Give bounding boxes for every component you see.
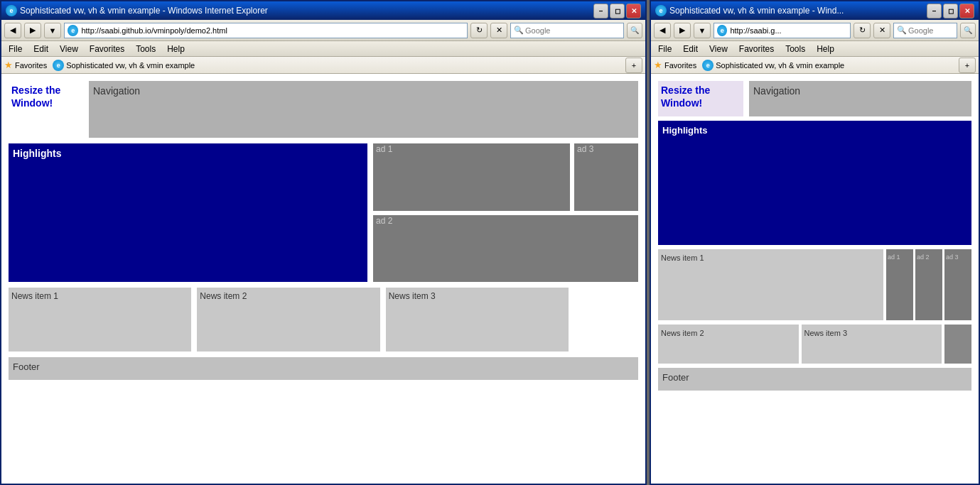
menu-edit-left[interactable]: Edit [31,43,51,55]
menu-view-right[interactable]: View [706,43,731,55]
header-row-right: Resize the Window! Navigation [658,81,971,116]
content-area-left: Resize the Window! Navigation Highlights… [1,74,645,484]
search-input-right[interactable] [908,26,954,35]
fav-tab-label-right: Sophisticated vw, vh & vmin example [716,61,844,70]
highlights-box-right: Highlights [658,121,971,245]
ad2-label-left: ad 2 [373,213,395,229]
back-button-left[interactable]: ◀ [4,23,21,38]
logo-box-left: Resize the Window! [9,81,83,138]
menu-favorites-right[interactable]: Favorites [736,43,777,55]
search-input-left[interactable] [525,26,620,35]
address-bar-left[interactable]: e [64,23,468,38]
logo-text-right: Resize the Window! [661,85,710,109]
menubar-right: File Edit View Favorites Tools Help [651,41,979,57]
news-row-left: News item 1 News item 2 News item 3 [9,288,638,352]
restore-button-right[interactable]: ◻ [943,4,958,18]
search-bar-right[interactable]: 🔍 [893,23,957,38]
highlights-label-right: Highlights [662,125,708,136]
news-item-2-label-left: News item 2 [200,291,247,301]
favorites-btn-left[interactable]: ★ Favorites [4,60,47,70]
main-row-left: Highlights ad 1 ad 3 ad 2 [9,143,638,282]
search-icon-right: 🔍 [897,26,907,35]
new-tab-btn-left[interactable]: + [625,58,642,73]
highlights-label-left: Highlights [13,148,61,159]
news-spacer-left [574,288,638,352]
menu-edit-right[interactable]: Edit [680,43,701,55]
logo-text-left: Resize the Window! [11,85,60,109]
footer-box-left: Footer [9,357,638,380]
menu-file-right[interactable]: File [655,43,674,55]
ads-area-left: ad 1 ad 3 ad 2 [373,143,638,282]
left-browser-window: e Sophisticated vw, vh & vmin example - … [0,0,647,485]
news-ad-filler-right [944,325,971,364]
minimize-button-left[interactable]: – [593,4,608,18]
logo-line2-left: Window! [11,97,53,109]
minimize-button-right[interactable]: – [927,4,942,18]
ads-right: ad 1 ad 2 ad 3 [886,249,971,320]
stop-button-left[interactable]: ✕ [490,23,507,38]
fav-tab-ie-left[interactable]: e Sophisticated vw, vh & vmin example [53,60,195,71]
title-bar-right: e Sophisticated vw, vh & vmin example - … [651,1,979,20]
window-controls-left: – ◻ ✕ [593,4,641,18]
ads-top-left: ad 1 ad 3 [373,143,638,211]
search-bar-left[interactable]: 🔍 [510,23,624,38]
nav-box-right: Navigation [749,81,971,116]
news-item-1-label-left: News item 1 [11,291,58,301]
fav-ie-icon-left: e [53,60,64,71]
news-item-3-left: News item 3 [386,288,569,352]
refresh-button-right[interactable]: ↻ [854,23,871,38]
forward-button-right[interactable]: ▶ [674,23,691,38]
ie-icon-left: e [6,5,17,16]
dropdown-button-right[interactable]: ▼ [694,23,711,38]
close-button-left[interactable]: ✕ [626,4,641,18]
news-item-3-label-left: News item 3 [389,291,436,301]
menu-tools-left[interactable]: Tools [133,43,158,55]
window-title-right: Sophisticated vw, vh & vmin example - Wi… [669,6,844,16]
menu-tools-right[interactable]: Tools [782,43,808,55]
menu-view-left[interactable]: View [57,43,81,55]
logo-line2-right: Window! [661,97,702,109]
search-go-button-right[interactable]: 🔍 [960,23,976,38]
right-browser-window: e Sophisticated vw, vh & vmin example - … [650,0,980,485]
fav-tab-ie-right[interactable]: e Sophisticated vw, vh & vmin example [702,60,844,71]
nav-box-left: Navigation [89,81,638,138]
news-ads-row-right: News item 1 ad 1 ad 2 ad 3 [658,249,971,320]
title-bar-left: e Sophisticated vw, vh & vmin example - … [1,1,645,20]
page-icon-left: e [68,25,78,36]
ad1-box-left: ad 1 [373,143,570,211]
menu-file-left[interactable]: File [6,43,25,55]
menu-favorites-left[interactable]: Favorites [87,43,127,55]
refresh-button-left[interactable]: ↻ [470,23,488,38]
close-button-right[interactable]: ✕ [959,4,974,18]
menubar-left: File Edit View Favorites Tools Help [1,41,645,57]
menu-help-right[interactable]: Help [814,43,837,55]
news-item-2-label-right: News item 2 [661,329,704,337]
stop-button-right[interactable]: ✕ [873,23,890,38]
menu-help-left[interactable]: Help [164,43,188,55]
content-area-right: Resize the Window! Navigation Highlights… [651,74,979,484]
ad3-box-right: ad 3 [944,249,971,320]
favorites-label-right: Favorites [664,61,696,70]
highlights-box-left: Highlights [9,143,367,282]
address-input-right[interactable] [730,26,847,35]
search-go-button-left[interactable]: 🔍 [627,23,642,38]
address-input-left[interactable] [81,26,464,35]
news-item-1-right: News item 1 [658,249,883,320]
restore-button-left[interactable]: ◻ [610,4,625,18]
ad1-label-right: ad 1 [888,254,900,261]
page-wrapper-right: Resize the Window! Navigation Highlights… [658,81,971,476]
forward-button-left[interactable]: ▶ [24,23,41,38]
ad1-label-left: ad 1 [373,141,395,157]
ad2-box-right: ad 2 [915,249,942,320]
favorites-btn-right[interactable]: ★ Favorites [654,60,696,70]
address-bar-right[interactable]: e [714,23,851,38]
fav-ie-icon-right: e [702,60,714,71]
new-tab-btn-right[interactable]: + [959,58,976,73]
favbar-right: ★ Favorites e Sophisticated vw, vh & vmi… [651,57,979,74]
back-button-right[interactable]: ◀ [654,23,671,38]
footer-label-right: Footer [662,372,689,383]
ad3-box-left: ad 3 [574,143,638,211]
dropdown-button-left[interactable]: ▼ [44,23,61,38]
star-icon-right: ★ [654,60,662,70]
nav-label-left: Navigation [93,85,140,97]
